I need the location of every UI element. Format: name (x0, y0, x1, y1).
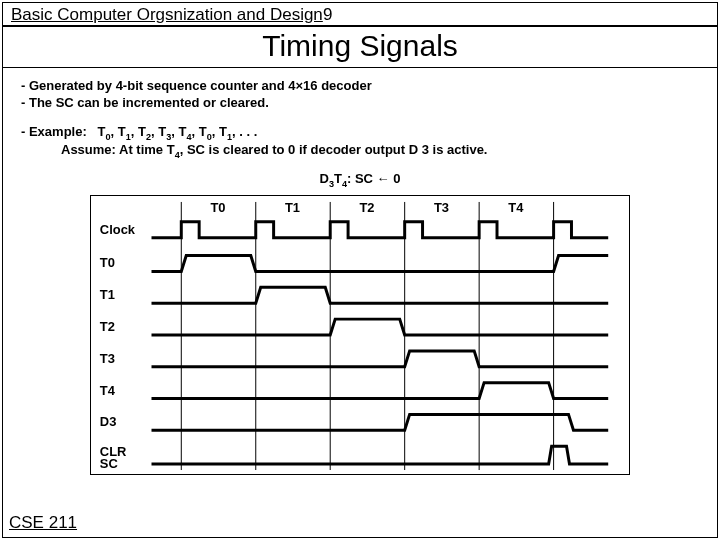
course-code: CSE 211 (9, 513, 77, 533)
bullet-1: - Generated by 4-bit sequence counter an… (21, 78, 699, 93)
rtl-statement: D3T4: SC ← 0 (21, 171, 699, 189)
col-label-t2: T2 (359, 200, 374, 215)
row-clock: Clock (100, 222, 136, 237)
row-d3: D3 (100, 414, 116, 429)
example-label: - Example: (21, 124, 87, 139)
row-t3: T3 (100, 351, 115, 366)
col-label-t0: T0 (210, 200, 225, 215)
chapter-title: Basic Computer Orgsnization and Design (11, 5, 323, 24)
content-area: - Generated by 4-bit sequence counter an… (3, 68, 717, 478)
row-t0: T0 (100, 255, 115, 270)
col-label-t4: T4 (508, 200, 524, 215)
row-t4: T4 (100, 382, 116, 397)
row-clr-2: SC (100, 456, 118, 471)
timing-diagram: T0 T1 T2 T3 T4 Clock T0 T1 T2 T3 T4 D3 C… (90, 195, 630, 475)
page-number: 9 (323, 5, 332, 25)
assume-line: Assume: At time T4, SC is cleared to 0 i… (21, 142, 699, 160)
example-line: - Example: T0, T1, T2, T3, T4, T0, T1, .… (21, 124, 699, 142)
slide-title: Timing Signals (3, 26, 717, 68)
row-t1: T1 (100, 287, 115, 302)
bullet-2: - The SC can be incremented or cleared. (21, 95, 699, 110)
row-t2: T2 (100, 319, 115, 334)
col-label-t1: T1 (285, 200, 300, 215)
col-label-t3: T3 (434, 200, 449, 215)
